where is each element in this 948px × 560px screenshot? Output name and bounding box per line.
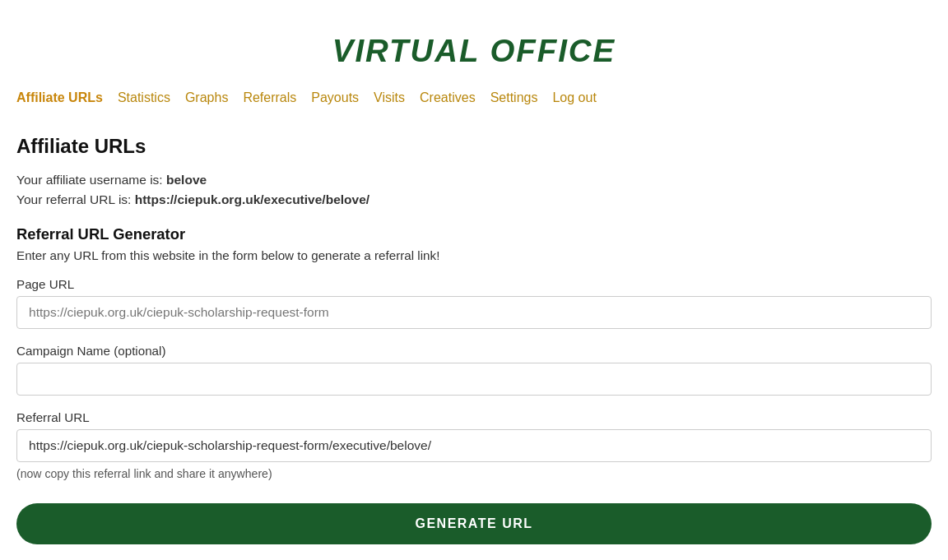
- username-line: Your affiliate username is: belove: [16, 173, 932, 187]
- nav-visits[interactable]: Visits: [374, 90, 405, 105]
- referral-url-field[interactable]: [16, 429, 932, 462]
- referral-url-label: Your referral URL is:: [16, 192, 135, 206]
- section-heading: Referral URL Generator: [16, 225, 932, 243]
- page-url-label: Page URL: [16, 277, 932, 291]
- nav-referrals[interactable]: Referrals: [243, 90, 296, 105]
- campaign-name-group: Campaign Name (optional): [16, 344, 932, 396]
- referral-url-value: https://ciepuk.org.uk/executive/belove/: [135, 192, 369, 206]
- nav-graphs[interactable]: Graphs: [185, 90, 228, 105]
- page-url-input[interactable]: [16, 296, 932, 329]
- site-title: VIRTUAL OFFICE: [16, 16, 932, 82]
- nav-payouts[interactable]: Payouts: [311, 90, 359, 105]
- nav-affiliate-urls[interactable]: Affiliate URLs: [16, 90, 103, 105]
- page-title: Affiliate URLs: [16, 135, 932, 158]
- username-value: belove: [166, 173, 207, 187]
- nav-settings[interactable]: Settings: [490, 90, 538, 105]
- page-url-group: Page URL: [16, 277, 932, 329]
- nav-statistics[interactable]: Statistics: [118, 90, 170, 105]
- campaign-name-input[interactable]: [16, 363, 932, 396]
- campaign-name-label: Campaign Name (optional): [16, 344, 932, 358]
- referral-url-field-label: Referral URL: [16, 410, 932, 424]
- section-desc: Enter any URL from this website in the f…: [16, 248, 932, 262]
- username-label: Your affiliate username is:: [16, 173, 166, 187]
- nav-logout[interactable]: Log out: [552, 90, 596, 105]
- nav-creatives[interactable]: Creatives: [420, 90, 476, 105]
- referral-url-line: Your referral URL is: https://ciepuk.org…: [16, 192, 932, 207]
- generate-url-button[interactable]: GENERATE URL: [16, 503, 932, 544]
- referral-hint: (now copy this referral link and share i…: [16, 467, 932, 480]
- main-nav: Affiliate URLs Statistics Graphs Referra…: [16, 82, 932, 118]
- referral-url-group: Referral URL (now copy this referral lin…: [16, 410, 932, 480]
